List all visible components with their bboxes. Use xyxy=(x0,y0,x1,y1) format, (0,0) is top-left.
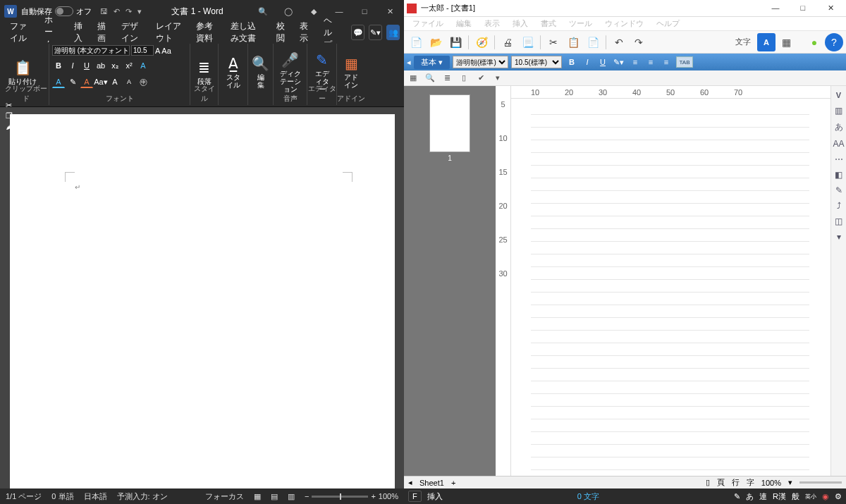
font-name-input[interactable] xyxy=(52,45,130,56)
word-count[interactable]: 0 単語 xyxy=(51,491,73,502)
side-a-icon[interactable]: あ xyxy=(835,121,843,133)
char-count[interactable]: 0 文字 xyxy=(577,491,599,502)
char-shading-button[interactable]: Aa▾ xyxy=(94,75,107,88)
view-mode-icon[interactable]: ▯ xyxy=(706,478,710,487)
redo-icon[interactable]: ↷ xyxy=(125,7,132,16)
print-icon[interactable]: 🖨 xyxy=(498,33,517,51)
align-left-icon[interactable]: ≡ xyxy=(628,56,642,68)
align-right-icon[interactable]: ≡ xyxy=(659,56,673,68)
zoom-slider[interactable] xyxy=(312,496,368,498)
navigate-icon[interactable]: 🧭 xyxy=(472,33,491,51)
ime-ei[interactable]: 英小 xyxy=(805,493,816,500)
side-aa-icon[interactable]: AA xyxy=(833,139,844,149)
view-print-icon[interactable]: ▤ xyxy=(271,492,278,501)
tab-indicator[interactable]: TAB xyxy=(676,56,693,68)
ichi-font-size-select[interactable]: 10.5(標準) xyxy=(511,56,562,68)
close-button[interactable]: ✕ xyxy=(380,3,400,20)
ichi-close-button[interactable]: ✕ xyxy=(818,1,843,16)
paste-icon[interactable]: 📄 xyxy=(584,33,602,51)
grid-view-icon[interactable]: ▦ xyxy=(407,72,419,85)
basic-tab[interactable]: 基本 ▾ xyxy=(414,56,450,69)
menu-insert[interactable]: 挿入 xyxy=(513,18,528,29)
menu-help[interactable]: ヘルプ xyxy=(656,18,680,29)
menu-file[interactable]: ファイル xyxy=(412,18,443,29)
ime-pen-icon[interactable]: ✎ xyxy=(734,492,740,501)
maximize-button[interactable]: □ xyxy=(355,3,374,20)
predict-status[interactable]: 予測入力: オン xyxy=(117,491,168,502)
status-char-btn[interactable]: 字 xyxy=(747,477,754,488)
dropdown-icon[interactable]: ▾ xyxy=(491,72,504,85)
side-lock-icon[interactable]: ⤴ xyxy=(837,201,841,211)
table-icon[interactable]: ▦ xyxy=(777,33,795,51)
sheet-tab[interactable]: Sheet1 xyxy=(419,479,444,487)
view-read-icon[interactable]: ▦ xyxy=(254,492,261,501)
new-doc-icon[interactable]: 📄 xyxy=(407,33,425,51)
ime-red-icon[interactable]: ◉ xyxy=(822,492,829,501)
styles-button[interactable]: A̲ スタイル xyxy=(221,45,245,99)
preview-icon[interactable]: 📃 xyxy=(518,33,537,51)
side-book-icon[interactable]: ▥ xyxy=(835,106,842,116)
enlarge-a-icon[interactable]: A xyxy=(109,75,121,88)
view-web-icon[interactable]: ▥ xyxy=(288,492,295,501)
insert-mode[interactable]: 挿入 xyxy=(427,491,443,502)
scroll-left-icon[interactable]: ◂ xyxy=(408,478,412,487)
ichitaro-document[interactable] xyxy=(511,99,830,476)
menu-format[interactable]: 書式 xyxy=(541,18,556,29)
cut-icon[interactable]: ✂ xyxy=(544,33,563,51)
ime-rkan[interactable]: R漢 xyxy=(773,491,786,502)
focus-mode-button[interactable]: フォーカス xyxy=(205,491,244,502)
redo-icon[interactable]: ↷ xyxy=(630,33,648,51)
undo-icon[interactable]: ↶ xyxy=(114,7,120,16)
autosave-toggle[interactable]: 自動保存 オフ xyxy=(21,6,92,17)
ime-gear-icon[interactable]: ⚙ xyxy=(835,492,842,501)
ichi-maximize-button[interactable]: □ xyxy=(790,0,816,16)
language-status[interactable]: 日本語 xyxy=(84,491,107,502)
align-center-icon[interactable]: ≡ xyxy=(644,56,658,68)
addin-button[interactable]: ▦ アドイン xyxy=(340,45,362,99)
menu-window[interactable]: ウィンドウ xyxy=(605,18,644,29)
zoom-slider[interactable] xyxy=(799,481,842,484)
side-ruler-icon[interactable]: ◧ xyxy=(835,170,842,180)
side-vertical-icon[interactable]: V xyxy=(836,90,841,100)
side-options-icon[interactable]: ⋯ xyxy=(835,154,843,164)
ichi-font-name-select[interactable]: 游明朝(標準) xyxy=(453,56,508,68)
bold-button[interactable]: B xyxy=(565,56,579,68)
copy-icon[interactable]: 📋 xyxy=(564,33,582,51)
font-color-icon[interactable]: ✎▾ xyxy=(611,56,625,68)
zoom-out-button[interactable]: − xyxy=(305,492,309,500)
text-effects-icon[interactable]: A xyxy=(137,59,149,72)
italic-button[interactable]: I xyxy=(580,56,594,68)
status-line-btn[interactable]: 行 xyxy=(732,477,740,488)
highlight-icon[interactable]: ✎ xyxy=(66,75,79,88)
dictation-button[interactable]: 🎤 ディクテーション xyxy=(276,45,304,99)
italic-button[interactable]: I xyxy=(66,59,79,72)
bold-button[interactable]: B xyxy=(52,59,65,72)
superscript-button[interactable]: x² xyxy=(123,59,135,72)
word-page[interactable]: ↵ xyxy=(10,114,395,488)
f-indicator[interactable]: F xyxy=(408,491,422,502)
comments-button[interactable]: 💬 xyxy=(351,25,364,40)
ime-ren[interactable]: 連 xyxy=(759,491,767,502)
font-color-icon[interactable]: A xyxy=(52,75,65,88)
zoom-dropdown-icon[interactable]: ▾ xyxy=(788,478,792,487)
qat-more-icon[interactable]: ▾ xyxy=(137,7,142,16)
ichi-minimize-button[interactable]: — xyxy=(763,0,788,16)
help-button[interactable]: ? xyxy=(825,33,843,51)
add-sheet-icon[interactable]: + xyxy=(451,479,455,487)
open-icon[interactable]: 📂 xyxy=(427,33,445,51)
page-count[interactable]: 1/1 ページ xyxy=(6,491,42,502)
side-plus-icon[interactable]: ▾ xyxy=(837,232,841,242)
menu-view[interactable]: 表示 xyxy=(484,18,500,29)
share-button[interactable]: 👥 xyxy=(386,25,400,40)
enclose-char-icon[interactable]: ㊥ xyxy=(137,75,149,88)
side-object-icon[interactable]: ◫ xyxy=(835,216,842,226)
ime-a[interactable]: あ xyxy=(746,491,754,502)
change-case-icon[interactable]: Aa xyxy=(161,47,171,55)
shrink-a-icon[interactable]: A xyxy=(123,75,135,88)
moji-label[interactable]: 文字 xyxy=(730,33,756,51)
underline-button[interactable]: U xyxy=(596,56,610,68)
strike-button[interactable]: ab xyxy=(94,59,107,72)
menu-edit[interactable]: 編集 xyxy=(456,18,472,29)
zoom-in-button[interactable]: + xyxy=(371,492,375,500)
list-icon[interactable]: ≣ xyxy=(441,72,453,85)
